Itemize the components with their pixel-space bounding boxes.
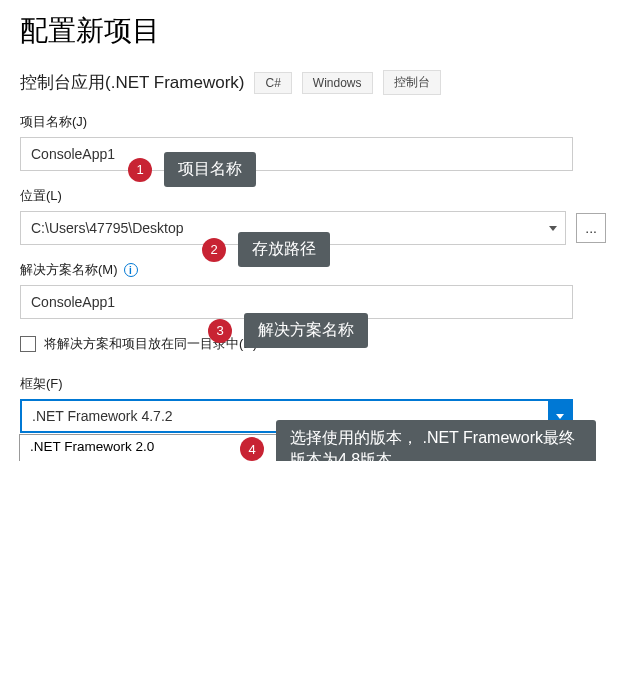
browse-button[interactable]: ... [576, 213, 606, 243]
callout-3: 3 解决方案名称 [208, 313, 368, 348]
callout-4: 4 选择使用的版本， .NET Framework最终版本为4.8版本 [240, 420, 596, 461]
tag-platform: Windows [302, 72, 373, 94]
callout-text: 解决方案名称 [244, 313, 368, 348]
same-directory-checkbox[interactable] [20, 336, 36, 352]
callout-text: 项目名称 [164, 152, 256, 187]
tag-type: 控制台 [383, 70, 441, 95]
callout-number: 1 [128, 158, 152, 182]
info-icon[interactable]: i [124, 263, 138, 277]
callout-number: 4 [240, 437, 264, 461]
callout-1: 1 项目名称 [128, 152, 256, 187]
callout-number: 2 [202, 238, 226, 262]
callout-2: 2 存放路径 [202, 232, 330, 267]
callout-number: 3 [208, 319, 232, 343]
project-type-row: 控制台应用(.NET Framework) C# Windows 控制台 [20, 70, 606, 95]
callout-text: 存放路径 [238, 232, 330, 267]
solution-name-field: 解决方案名称(M) i [20, 261, 606, 319]
chevron-down-icon [549, 226, 557, 231]
callout-text: 选择使用的版本， .NET Framework最终版本为4.8版本 [276, 420, 596, 461]
tag-language: C# [254, 72, 291, 94]
project-name-label: 项目名称(J) [20, 113, 606, 131]
solution-name-label-text: 解决方案名称(M) [20, 261, 118, 279]
project-name-field: 项目名称(J) [20, 113, 606, 171]
page-title: 配置新项目 [20, 12, 606, 50]
project-type-label: 控制台应用(.NET Framework) [20, 71, 244, 94]
location-dropdown-toggle[interactable] [541, 212, 565, 244]
chevron-down-icon [556, 414, 564, 419]
location-label: 位置(L) [20, 187, 606, 205]
framework-label: 框架(F) [20, 375, 606, 393]
project-name-input[interactable] [20, 137, 573, 171]
